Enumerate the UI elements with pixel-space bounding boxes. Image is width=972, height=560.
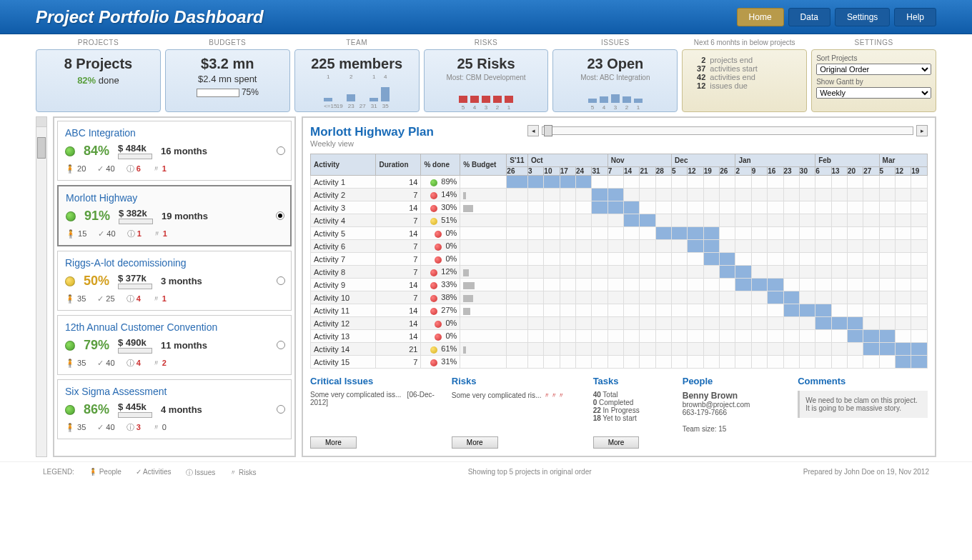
slider-prev-icon[interactable]: ◂ — [527, 125, 539, 136]
gantt-row[interactable]: Activity 27 14% — [311, 189, 928, 201]
metric-projects-value: 8 Projects — [42, 56, 154, 72]
comments-text: We need to be clam on this project. It i… — [798, 391, 928, 418]
nav-home[interactable]: Home — [737, 8, 784, 26]
project-budget: $ 490k — [118, 337, 147, 348]
metric-risks-label: RISKS — [424, 39, 549, 46]
detail-panels: Critical Issues Some very complicated is… — [310, 376, 928, 449]
risk-icon: 〃 — [152, 423, 160, 431]
tasks-more-button[interactable]: More — [593, 436, 640, 449]
sort-projects-select[interactable]: Original Order — [816, 64, 931, 75]
risk-icon: 〃 — [152, 294, 160, 303]
info-icon: ⓘ — [127, 229, 135, 238]
people-panel: People Benny Brown brownb@project.com 66… — [683, 376, 786, 449]
header: Project Portfolio Dashboard Home Data Se… — [0, 0, 972, 34]
forecast-title: Next 6 monhts in below projects — [682, 39, 807, 46]
projects-list: ABC Integration 84% $ 484k 16 months 🧍 2… — [53, 116, 296, 457]
metric-issues-label: ISSUES — [552, 39, 678, 46]
metric-risks-card[interactable]: 25 Risks Most: CBM Development 54321 — [424, 49, 549, 112]
gantt-row[interactable]: Activity 314 30% — [311, 201, 928, 214]
project-months: 4 months — [161, 404, 202, 415]
gantt-row[interactable]: Activity 47 51% — [311, 214, 928, 227]
check-icon: ✓ — [97, 164, 104, 173]
projects-scrollbar[interactable] — [36, 116, 47, 457]
project-card[interactable]: Six Sigma Assessment 86% $ 445k 4 months… — [57, 379, 292, 439]
detail-view-mode: Weekly view — [310, 139, 434, 148]
legend-activities-icon: ✓ Activities — [136, 468, 172, 478]
nav-settings[interactable]: Settings — [835, 8, 890, 26]
metric-settings-label: SETTINGS — [811, 39, 936, 46]
project-budget: $ 382k — [119, 208, 147, 219]
legend-risks-icon: 〃 Risks — [229, 468, 256, 478]
metric-team-card[interactable]: 225 members 1214 <=151923273135 — [294, 49, 420, 112]
project-card[interactable]: ABC Integration 84% $ 484k 16 months 🧍 2… — [57, 121, 292, 181]
metric-budgets-card[interactable]: $3.2 mn $2.4 mn spent 75% — [165, 49, 290, 112]
project-card[interactable]: Morlott Highway 91% $ 382k 19 months 🧍 1… — [57, 185, 292, 246]
project-name: ABC Integration — [65, 127, 284, 139]
critical-issues-panel: Critical Issues Some very complicated is… — [310, 376, 440, 449]
nav-help[interactable]: Help — [894, 8, 936, 26]
people-icon: 🧍 — [66, 229, 76, 238]
gantt-row[interactable]: Activity 914 33% — [311, 279, 928, 291]
legend-issues-icon: ⓘ Issues — [186, 468, 216, 478]
gantt-row[interactable]: Activity 1314 0% — [311, 330, 928, 343]
slider-next-icon[interactable]: ▸ — [916, 125, 928, 136]
project-radio[interactable] — [276, 211, 284, 220]
project-pct: 86% — [84, 402, 109, 417]
project-radio[interactable] — [277, 276, 285, 285]
footer: LEGEND: 🧍 People ✓ Activities ⓘ Issues 〃… — [0, 461, 972, 484]
gantt-row[interactable]: Activity 1214 0% — [311, 317, 928, 330]
project-card[interactable]: 12th Annual Customer Convention 79% $ 49… — [57, 315, 292, 375]
gantt-row[interactable]: Activity 514 0% — [311, 227, 928, 240]
gantt-row[interactable]: Activity 107 38% — [311, 291, 928, 304]
team-chart — [301, 83, 413, 101]
project-name: Six Sigma Assessment — [65, 386, 284, 397]
project-detail: Morlott Highway Plan Weekly view ◂ ▸ Act… — [302, 116, 936, 457]
project-radio[interactable] — [277, 146, 285, 155]
status-dot-icon — [65, 405, 75, 415]
show-gantt-select[interactable]: Weekly — [816, 87, 931, 99]
people-icon: 🧍 — [65, 294, 75, 303]
metric-issues-card[interactable]: 23 Open Most: ABC Integration 54321 — [552, 49, 678, 112]
gantt-row[interactable]: Activity 67 0% — [311, 240, 928, 253]
project-budget: $ 377k — [118, 273, 147, 284]
gantt-row[interactable]: Activity 1421 61% — [311, 343, 928, 356]
gantt-row[interactable]: Activity 157 31% — [311, 356, 928, 369]
metric-team-value: 225 members — [301, 56, 413, 72]
risks-more-button[interactable]: More — [452, 436, 498, 449]
risks-chart — [430, 84, 542, 103]
gantt-row[interactable]: Activity 77 0% — [311, 253, 928, 266]
metric-projects-card[interactable]: 8 Projects 82% done — [36, 49, 161, 112]
gantt-row[interactable]: Activity 87 12% — [311, 266, 928, 279]
risk-icon: 〃 — [152, 359, 160, 367]
project-pct: 50% — [84, 274, 109, 289]
metric-budgets-value: $3.2 mn — [172, 56, 284, 72]
footer-status: Showing top 5 projects in original order — [468, 468, 592, 478]
check-icon: ✓ — [97, 294, 104, 303]
metric-issues-value: 23 Open — [559, 56, 671, 72]
nav-data[interactable]: Data — [788, 8, 830, 26]
settings-card: Sort Projects Original Order Show Gantt … — [811, 49, 936, 112]
check-icon: ✓ — [97, 423, 104, 431]
tasks-panel: Tasks 40 Total 0 Completed 22 In Progres… — [593, 376, 671, 449]
issues-chart — [559, 84, 671, 103]
people-icon: 🧍 — [65, 359, 75, 367]
forecast-row: 2projects end — [688, 56, 800, 64]
project-pct: 84% — [84, 144, 109, 159]
metric-budgets-label: BUDGETS — [165, 39, 290, 46]
gantt-row[interactable]: Activity 1114 27% — [311, 304, 928, 317]
project-radio[interactable] — [277, 405, 285, 414]
project-pct: 91% — [84, 209, 110, 224]
status-dot-icon — [65, 341, 75, 351]
metric-projects-label: PROJECTS — [36, 39, 161, 46]
project-months: 19 months — [162, 211, 208, 221]
issues-more-button[interactable]: More — [310, 436, 357, 449]
project-card[interactable]: Riggs-A-lot decomissioning 50% $ 377k 3 … — [57, 251, 292, 311]
footer-prepared: Prepared by John Doe on 19, Nov 2012 — [803, 468, 929, 478]
sort-projects-label: Sort Projects — [816, 54, 931, 62]
timeline-slider[interactable]: ◂ ▸ — [527, 125, 928, 136]
app-title: Project Portfolio Dashboard — [36, 7, 264, 27]
risk-icon: 〃 — [153, 229, 161, 238]
gantt-row[interactable]: Activity 114 89% — [311, 176, 928, 189]
project-radio[interactable] — [277, 341, 285, 349]
people-icon: 🧍 — [65, 164, 75, 173]
